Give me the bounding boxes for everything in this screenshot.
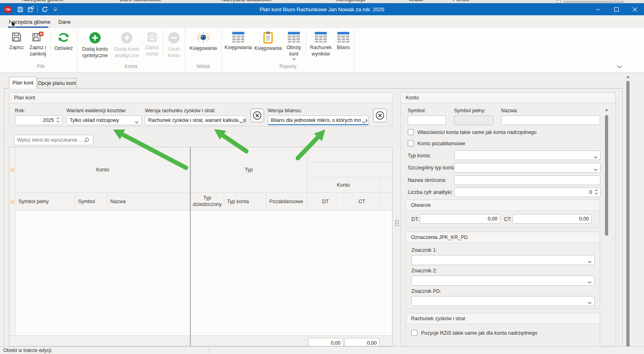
clear-bilans-button[interactable] — [373, 109, 387, 122]
quick-refresh-button[interactable] — [39, 5, 50, 14]
qat-separator — [37, 6, 38, 13]
chevron-down-icon — [53, 8, 58, 11]
zapisz-button[interactable]: Zapisz — [6, 29, 27, 51]
bg-checkbox-fragment — [556, 0, 561, 3]
minimize-button[interactable] — [588, 3, 607, 15]
background-app-menubar: Narzędzia główne Biuro rachunkowe Narzęd… — [0, 0, 644, 3]
column-header-typ-konta[interactable]: Typ konta — [224, 193, 266, 211]
column-header-symbol-pelny[interactable]: Symbol pełny — [16, 193, 75, 211]
statusbar-separator — [209, 348, 210, 353]
close-icon — [633, 7, 637, 12]
mouse-cursor — [11, 20, 17, 29]
bilans-button[interactable]: Bilans — [334, 29, 353, 51]
accounts-table: Konto Typ Konto Symbol pełny Symbol Nazw… — [9, 147, 392, 346]
rok-input[interactable] — [15, 115, 62, 125]
wlasciwosci-checkbox[interactable] — [408, 129, 414, 135]
bilans-wersja-dropdown[interactable]: Bilans dla jednostek mikro, o których mo… — [268, 115, 369, 125]
column-header-ct[interactable]: CT — [344, 193, 380, 211]
nazwa-skrocona-input[interactable] — [454, 175, 601, 185]
znacznik2-dropdown[interactable] — [411, 276, 594, 286]
ribbon-group-plik: Zapisz Zapisz i zamknij Odśwież Plik — [5, 28, 77, 72]
scrollbar-up-arrow — [626, 76, 630, 78]
bg-menu-item[interactable]: Pomoc — [453, 0, 469, 3]
clear-circle-x-icon — [375, 110, 385, 121]
rok-spinner[interactable] — [56, 117, 60, 123]
bg-menu-item[interactable]: Narzędzia główne — [22, 0, 64, 3]
dodaj-konto-syntetyczne-button[interactable]: Dodaj konto syntetyczne — [79, 29, 111, 59]
znacznik1-dropdown[interactable] — [411, 255, 594, 265]
ribbon-tabrow: Narzędzia główne Dane — [0, 15, 644, 28]
ribbon-tab-dane[interactable]: Dane — [58, 15, 72, 28]
symbol-input[interactable] — [408, 115, 446, 125]
ribbon-group-konta: Dodaj konto syntetyczne Dodaj konto anal… — [77, 28, 185, 72]
clear-rzis-button[interactable] — [250, 109, 264, 122]
liczba-cyfr-input[interactable] — [454, 187, 601, 197]
save-icon — [147, 31, 158, 43]
maximize-icon — [614, 7, 619, 12]
znacznik-pd-dropdown[interactable] — [411, 296, 594, 306]
table-body-empty[interactable] — [16, 211, 392, 335]
chevron-down-icon — [362, 121, 366, 123]
quick-save-button[interactable] — [15, 5, 25, 14]
customize-icon[interactable] — [10, 199, 15, 206]
column-header-typ-dziedziczony[interactable]: Typ dziedziczony — [191, 193, 224, 211]
obroty-kont-button[interactable]: Obroty kont — [283, 29, 305, 60]
bg-menu-item[interactable]: Widok — [409, 0, 423, 3]
window-scrollbar[interactable] — [625, 74, 631, 354]
wariant-dropdown[interactable]: Tylko układ rodzajowy — [66, 115, 142, 125]
tab-plan-kont[interactable]: Plan kont — [9, 77, 37, 88]
panel-scrollbar[interactable] — [604, 107, 609, 317]
tab-opcje-planu-kont[interactable]: Opcje planu kont — [37, 78, 77, 88]
szczegolny-typ-dropdown[interactable] — [454, 163, 601, 173]
rachunek-wynikow-button[interactable]: Rachunek wyników — [308, 29, 334, 57]
close-button[interactable] — [625, 3, 644, 15]
save-close-icon — [32, 31, 44, 43]
group-label-raporty: Raporty — [223, 64, 353, 72]
qat-customize-button[interactable] — [50, 5, 60, 14]
maximize-button[interactable] — [607, 3, 625, 15]
ksiegowania-raport-button[interactable]: Księgowania — [223, 29, 253, 51]
panel-splitter-handle[interactable] — [395, 218, 399, 228]
panel-scrollbar-thumb[interactable] — [605, 115, 608, 236]
ribbon-collapse-button[interactable] — [617, 63, 622, 70]
spinner-down-icon — [594, 192, 598, 195]
band-header-konto-2: Konto — [307, 177, 380, 193]
odswiez-button[interactable]: Odśwież — [52, 29, 75, 52]
liczba-cyfr-spinner[interactable] — [594, 189, 598, 195]
zapisz-i-zamknij-button[interactable]: Zapisz i zamknij — [27, 29, 49, 57]
column-header-dt[interactable]: DT — [307, 193, 344, 211]
ribbon-divider — [306, 31, 306, 58]
window-scrollbar-thumb[interactable] — [626, 81, 630, 354]
column-header-symbol[interactable]: Symbol — [75, 193, 107, 211]
chevron-down-icon — [617, 65, 622, 68]
search-input[interactable] — [14, 135, 93, 145]
ksiegowania-clipboard-button[interactable]: Księgowania — [253, 29, 283, 52]
scrollbar-up-arrow — [605, 109, 608, 111]
column-header-pozabilansowe[interactable]: Pozabilansowe — [266, 193, 307, 211]
rzis-wersja-dropdown[interactable]: Rachunek zysków i strat, wariant kalkula… — [145, 115, 246, 125]
nazwa-skrocona-label: Nazwa skrócona: — [408, 177, 446, 183]
wariant-label: Wariant ewidencji kosztów: — [66, 108, 127, 113]
add-circle-icon — [89, 31, 101, 44]
otwarcie-ct-input[interactable] — [512, 214, 592, 224]
ksiegowania-widok-button[interactable]: Księgowania — [187, 29, 220, 52]
group-label-plik: Plik — [6, 64, 75, 72]
bg-menu-item[interactable]: Narzędzia dodatkowe — [221, 0, 272, 3]
titlebar: TM Plan kont Biuro Rachunkowe Jan Nowak … — [0, 3, 644, 15]
quick-save-all-button[interactable] — [25, 5, 36, 14]
typ-konta-dropdown[interactable] — [454, 150, 601, 160]
nazwa-input[interactable] — [501, 115, 600, 125]
chevron-down-icon — [594, 156, 598, 158]
bg-menu-item[interactable]: Biuro rachunkowe — [120, 0, 161, 3]
clipboard-icon — [262, 31, 274, 43]
chevron-down-icon — [594, 169, 598, 171]
wlasciwosci-checkbox-label: Właściwości konta takie same jak konta n… — [417, 130, 537, 135]
pozabilansowe-checkbox[interactable] — [408, 140, 414, 146]
bg-menu-item[interactable]: Konfiguracja — [336, 0, 365, 3]
column-header-nazwa[interactable]: Nazwa — [107, 193, 190, 211]
row-indicator-gutter — [9, 147, 16, 346]
otwarcie-dt-input[interactable] — [420, 214, 500, 224]
search-icon[interactable] — [83, 137, 89, 145]
customize-icon[interactable] — [10, 167, 15, 174]
pozycje-rzis-checkbox[interactable] — [411, 330, 417, 336]
